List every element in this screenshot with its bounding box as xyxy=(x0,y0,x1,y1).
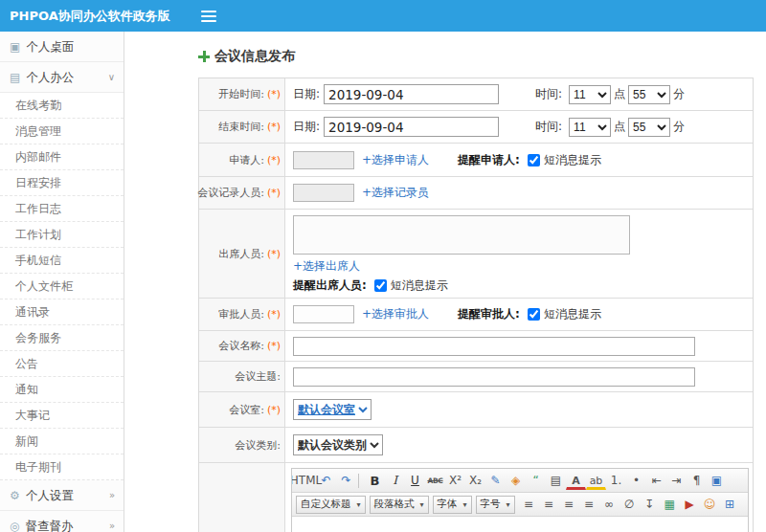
insert-table-icon[interactable]: ⊞ xyxy=(720,495,740,514)
start-hour-select[interactable]: 11 xyxy=(569,85,611,104)
insert-media-icon[interactable]: ▶ xyxy=(680,495,700,514)
sidebar-item-label: 个人办公 xyxy=(26,70,74,84)
attendees-textarea[interactable] xyxy=(293,215,630,255)
sidebar-item-office[interactable]: ▤个人办公 ∨ xyxy=(0,62,124,93)
meeting-category-select[interactable]: 默认会议类别 xyxy=(293,434,383,455)
field-label: 会议记录人员: xyxy=(197,186,264,200)
strikethrough-icon[interactable]: ABC xyxy=(425,471,445,490)
select-approver-link[interactable]: +选择审批人 xyxy=(362,306,429,322)
sidebar-item[interactable]: 通知 xyxy=(0,377,124,403)
rich-text-editor: HTML↶↷BIUABCX²X₂✎◈“▤Aab1.•⇤⇥¶▣ 自定义标题▾段落格… xyxy=(291,468,749,532)
ordered-list-icon[interactable]: 1. xyxy=(606,471,626,490)
end-hour-select[interactable]: 11 xyxy=(569,118,611,137)
form-row-applicant: 申请人:(*) +选择申请人 提醒申请人: 短消息提示 xyxy=(199,144,753,177)
sidebar-item-supervise[interactable]: ◎督查督办 » xyxy=(0,511,124,532)
align-right-icon[interactable]: ≡ xyxy=(559,495,579,514)
sidebar-item-desktop[interactable]: ▣个人桌面 xyxy=(0,32,124,62)
chevron-down-icon: ▾ xyxy=(420,500,424,509)
field-label: 会议室: xyxy=(229,403,264,417)
link-icon[interactable]: ∞ xyxy=(599,495,620,514)
end-minute-select[interactable]: 55 xyxy=(628,118,670,137)
unordered-list-icon[interactable]: • xyxy=(626,471,646,490)
sidebar-item[interactable]: 内部邮件 xyxy=(0,144,124,170)
sidebar-item[interactable]: 个人文件柜 xyxy=(0,274,124,299)
blockquote-icon[interactable]: “ xyxy=(526,471,546,490)
italic-icon[interactable]: I xyxy=(385,471,405,490)
paragraph-format-select: 段落格式 xyxy=(374,498,415,511)
sidebar-item[interactable]: 在线考勤 xyxy=(0,93,124,119)
anchor-icon[interactable]: ↧ xyxy=(640,495,660,514)
editor-dropdown[interactable]: 段落格式▾ xyxy=(370,496,429,514)
insert-image-icon[interactable]: ▦ xyxy=(660,495,680,514)
sidebar: ▣个人桌面 ▤个人办公 ∨ 在线考勤消息管理内部邮件日程安排工作日志工作计划手机… xyxy=(0,32,124,532)
sidebar-item[interactable]: 工作计划 xyxy=(0,222,124,248)
applicant-sms-checkbox[interactable] xyxy=(528,154,540,166)
subscript-icon[interactable]: X₂ xyxy=(465,471,485,490)
attendees-sms-checkbox[interactable] xyxy=(374,279,387,292)
sidebar-item[interactable]: 工作日志 xyxy=(0,196,124,222)
hamburger-menu-icon[interactable] xyxy=(201,11,216,22)
select-attendees-link[interactable]: +选择出席人 xyxy=(293,258,360,275)
html-source-button[interactable]: HTML xyxy=(296,471,316,490)
required-marker: (*) xyxy=(267,248,281,260)
topbar: PHPOA协同办公软件政务版 xyxy=(0,0,766,32)
sidebar-item-settings[interactable]: ⚙个人设置 » xyxy=(0,480,124,511)
approver-sms-checkbox[interactable] xyxy=(528,308,540,321)
format-painter-icon[interactable]: ✎ xyxy=(485,471,506,490)
form-row-approver: 审批人员:(*) +选择审批人 提醒审批人: 短消息提示 xyxy=(199,299,753,331)
sidebar-item[interactable]: 通讯录 xyxy=(0,299,124,325)
approver-input[interactable] xyxy=(293,305,354,323)
briefcase-icon: ▤ xyxy=(10,71,20,84)
editor-dropdown[interactable]: 自定义标题▾ xyxy=(296,496,366,514)
sidebar-item[interactable]: 消息管理 xyxy=(0,119,124,144)
start-minute-select[interactable]: 55 xyxy=(628,85,670,104)
select-recorder-link[interactable]: +选择记录员 xyxy=(362,185,429,201)
emoticon-icon[interactable]: ☺ xyxy=(700,495,720,514)
align-justify-icon[interactable]: ≡ xyxy=(579,495,599,514)
align-left-icon[interactable]: ≡ xyxy=(519,495,539,514)
editor-content-area[interactable] xyxy=(292,517,748,532)
field-label: 会议主题: xyxy=(235,369,281,384)
meeting-room-select[interactable]: 默认会议室 xyxy=(293,399,372,420)
gear-icon: ⚙ xyxy=(10,489,20,502)
sidebar-item[interactable]: 会务服务 xyxy=(0,325,124,351)
recorder-input[interactable] xyxy=(293,184,354,202)
redo-icon[interactable]: ↷ xyxy=(336,471,356,490)
superscript-icon[interactable]: X² xyxy=(445,471,465,490)
sidebar-item[interactable]: 手机短信 xyxy=(0,248,124,274)
paragraph-icon[interactable]: ¶ xyxy=(687,471,707,490)
align-center-icon[interactable]: ≡ xyxy=(539,495,559,514)
code-block-icon[interactable]: ▤ xyxy=(546,471,566,490)
unlink-icon[interactable]: ∅ xyxy=(620,495,640,514)
applicant-input[interactable] xyxy=(293,151,354,169)
fullscreen-icon[interactable]: ▣ xyxy=(707,471,727,490)
editor-dropdown[interactable]: 字体▾ xyxy=(433,496,472,514)
select-applicant-link[interactable]: +选择申请人 xyxy=(362,152,429,168)
end-date-input[interactable] xyxy=(324,117,499,137)
font-color-icon[interactable]: A xyxy=(566,474,586,490)
bold-icon[interactable]: B xyxy=(365,471,385,490)
font-family-select: 字体 xyxy=(438,498,458,511)
field-label: 申请人: xyxy=(229,153,264,167)
sidebar-item[interactable]: 大事记 xyxy=(0,403,124,429)
meeting-topic-input[interactable] xyxy=(293,367,695,387)
outdent-icon[interactable]: ⇤ xyxy=(646,471,666,490)
meeting-name-input[interactable] xyxy=(293,337,695,356)
sidebar-item[interactable]: 公告 xyxy=(0,351,124,377)
field-label: 出席人员: xyxy=(218,247,264,261)
indent-icon[interactable]: ⇥ xyxy=(666,471,687,490)
undo-icon[interactable]: ↶ xyxy=(316,471,336,490)
sidebar-item-label: 个人桌面 xyxy=(26,39,74,54)
sidebar-item[interactable]: 新闻 xyxy=(0,429,124,454)
remind-attendees-label: 提醒出席人员: xyxy=(293,277,367,294)
editor-dropdown[interactable]: 字号▾ xyxy=(476,496,515,514)
sidebar-item[interactable]: 日程安排 xyxy=(0,170,124,196)
meeting-form: 开始时间:(*) 日期: 时间: 11 点 55 分 结束时间:(*) 日期: … xyxy=(198,78,754,532)
sidebar-item[interactable]: 电子期刊 xyxy=(0,454,124,480)
field-label: 会议名称: xyxy=(218,339,264,353)
start-date-input[interactable] xyxy=(324,84,499,104)
highlight-color-icon[interactable]: ab xyxy=(586,474,606,490)
underline-icon[interactable]: U xyxy=(405,471,425,490)
toolbar-separator[interactable] xyxy=(358,474,363,488)
remove-format-icon[interactable]: ◈ xyxy=(506,471,526,490)
